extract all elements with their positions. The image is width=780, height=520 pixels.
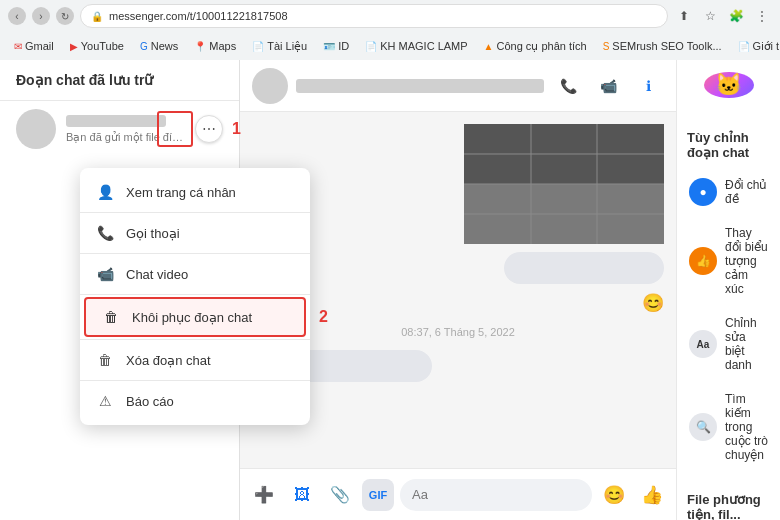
bookmark-magic-lamp[interactable]: 📄 KH MAGIC LAMP — [359, 38, 473, 54]
image-content — [464, 124, 664, 244]
bookmarks-bar: ✉ Gmail ▶ YouTube G News 📍 Maps 📄 Tài Li… — [0, 32, 780, 60]
bookmark-gmail[interactable]: ✉ Gmail — [8, 38, 60, 54]
right-menu-nickname[interactable]: Aa Chỉnh sửa biệt danh — [687, 310, 770, 378]
gmail-icon: ✉ — [14, 41, 22, 52]
media-section-title: File phương tiện, fil... — [687, 492, 770, 520]
right-menu-emoji[interactable]: 👍 Thay đổi biểu tượng cảm xúc — [687, 220, 770, 302]
url-bar[interactable]: 🔒 messenger.com/t/100011221817508 — [80, 4, 668, 28]
chat-header-actions: 📞 📹 ℹ — [552, 70, 664, 102]
theme-icon: ● — [689, 178, 717, 206]
right-section-title: Tùy chỉnh đoạn chat — [687, 130, 770, 160]
right-panel: 🐱 Tùy chỉnh đoạn chat ● Đổi chủ đề 👍 Tha… — [676, 60, 780, 520]
lock-icon: 🔒 — [91, 11, 103, 22]
divider-4 — [80, 339, 310, 340]
tailieu-icon: 📄 — [252, 41, 264, 52]
video-icon: 📹 — [96, 266, 114, 282]
chat-input-bar: ➕ 🖼 📎 GIF 😊 👍 — [240, 468, 676, 520]
divider-5 — [80, 380, 310, 381]
call-icon: 📞 — [96, 225, 114, 241]
dropdown-item-restore[interactable]: 🗑 Khôi phục đoạn chat 2 — [84, 297, 306, 337]
label-number-1: 1 — [232, 120, 241, 138]
share-button[interactable]: ⬆ — [674, 6, 694, 26]
dropdown-label-profile: Xem trang cá nhân — [126, 185, 236, 200]
forward-button[interactable]: › — [32, 7, 50, 25]
label-number-2: 2 — [319, 308, 328, 326]
right-menu-search[interactable]: 🔍 Tìm kiếm trong cuộc trò chuyện — [687, 386, 770, 468]
magic-lamp-icon: 📄 — [365, 41, 377, 52]
conversation-info: Bạn đã gửi một file đính kèm. · 1 tu... — [66, 115, 185, 144]
right-menu-theme[interactable]: ● Đổi chủ đề — [687, 172, 770, 212]
bookmark-youtube[interactable]: ▶ YouTube — [64, 38, 130, 54]
chat-header-avatar — [252, 68, 288, 104]
bookmark-star[interactable]: ☆ — [700, 6, 720, 26]
extensions-button[interactable]: 🧩 — [726, 6, 746, 26]
voice-call-button[interactable]: 📞 — [552, 70, 584, 102]
right-panel-avatar: 🐱 — [704, 72, 754, 98]
dropdown-label-report: Báo cáo — [126, 394, 174, 409]
dropdown-label-video: Chat video — [126, 267, 188, 282]
three-dots-button[interactable]: ⋯ — [195, 115, 223, 143]
divider-3 — [80, 294, 310, 295]
message-input[interactable] — [400, 479, 592, 511]
browser-top-bar: ‹ › ↻ 🔒 messenger.com/t/100011221817508 … — [0, 0, 780, 32]
search-icon: 🔍 — [689, 413, 717, 441]
conversation-item[interactable]: Bạn đã gửi một file đính kèm. · 1 tu... … — [0, 101, 239, 157]
youtube-icon: ▶ — [70, 41, 78, 52]
menu-button[interactable]: ⋮ — [752, 6, 772, 26]
divider-2 — [80, 253, 310, 254]
search-label: Tìm kiếm trong cuộc trò chuyện — [725, 392, 768, 462]
maps-icon: 📍 — [194, 41, 206, 52]
chat-header-name — [296, 79, 544, 93]
report-icon: ⚠ — [96, 393, 114, 409]
like-button[interactable]: 👍 — [636, 479, 668, 511]
gnews-icon: G — [140, 41, 148, 52]
browser-actions: ⬆ ☆ 🧩 ⋮ — [674, 6, 772, 26]
video-call-button[interactable]: 📹 — [592, 70, 624, 102]
bookmark-analytics[interactable]: ▲ Công cụ phân tích — [478, 38, 593, 55]
app-container: Đoạn chat đã lưu trữ Bạn đã gửi một file… — [0, 60, 780, 520]
dropdown-item-call[interactable]: 📞 Gọi thoại — [80, 215, 310, 251]
semrush-icon: S — [603, 41, 610, 52]
message-emoji: 😊 — [642, 292, 664, 314]
dropdown-item-report[interactable]: ⚠ Báo cáo — [80, 383, 310, 419]
gioithieu-icon: 📄 — [738, 41, 750, 52]
id-icon: 🪪 — [323, 41, 335, 52]
nickname-label: Chỉnh sửa biệt danh — [725, 316, 768, 372]
restore-icon: 🗑 — [102, 309, 120, 325]
dropdown-item-profile[interactable]: 👤 Xem trang cá nhân — [80, 174, 310, 210]
emoji-change-icon: 👍 — [689, 247, 717, 275]
add-button[interactable]: ➕ — [248, 479, 280, 511]
theme-label: Đổi chủ đề — [725, 178, 768, 206]
bookmark-tailieu[interactable]: 📄 Tài Liệu — [246, 38, 313, 55]
dropdown-label-delete: Xóa đoạn chat — [126, 353, 211, 368]
dropdown-item-video[interactable]: 📹 Chat video — [80, 256, 310, 292]
bookmark-semrush[interactable]: S SEMrush SEO Toolk... — [597, 38, 728, 54]
avatar — [16, 109, 56, 149]
divider-1 — [80, 212, 310, 213]
profile-icon: 👤 — [96, 184, 114, 200]
nickname-icon: Aa — [689, 330, 717, 358]
back-button[interactable]: ‹ — [8, 7, 26, 25]
dropdown-label-restore: Khôi phục đoạn chat — [132, 310, 252, 325]
info-button[interactable]: ℹ — [632, 70, 664, 102]
message-timestamp: 08:37, 6 Tháng 5, 2022 — [252, 326, 664, 338]
emoji-label: Thay đổi biểu tượng cảm xúc — [725, 226, 768, 296]
message-image — [464, 124, 664, 244]
conversation-preview: Bạn đã gửi một file đính kèm. · 1 tu... — [66, 131, 185, 144]
bookmark-id[interactable]: 🪪 ID — [317, 38, 355, 54]
dropdown-menu: 👤 Xem trang cá nhân 📞 Gọi thoại 📹 Chat v… — [80, 168, 310, 425]
url-text: messenger.com/t/100011221817508 — [109, 10, 288, 22]
reload-button[interactable]: ↻ — [56, 7, 74, 25]
message-bubble-sent — [504, 252, 664, 284]
sidebar-header: Đoạn chat đã lưu trữ — [0, 60, 239, 101]
dropdown-item-delete[interactable]: 🗑 Xóa đoạn chat — [80, 342, 310, 378]
browser-chrome: ‹ › ↻ 🔒 messenger.com/t/100011221817508 … — [0, 0, 780, 60]
image-button[interactable]: 🖼 — [286, 479, 318, 511]
bookmark-gioithieu[interactable]: 📄 Giới thiệu sản phẩ... — [732, 38, 780, 55]
gif-button[interactable]: GIF — [362, 479, 394, 511]
sticker-button[interactable]: 📎 — [324, 479, 356, 511]
delete-icon: 🗑 — [96, 352, 114, 368]
bookmark-news[interactable]: G News — [134, 38, 184, 54]
bookmark-maps[interactable]: 📍 Maps — [188, 38, 242, 54]
emoji-button[interactable]: 😊 — [598, 479, 630, 511]
